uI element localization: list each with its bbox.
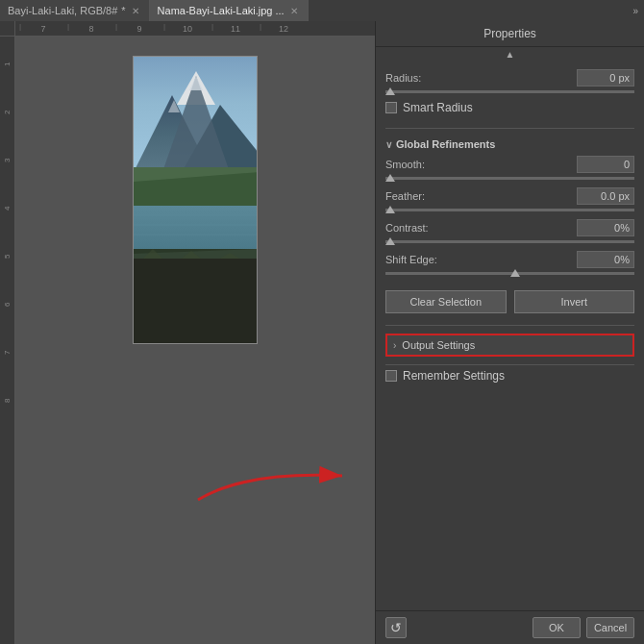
ok-button[interactable]: OK — [533, 617, 581, 638]
tab-modified-1: * — [121, 5, 125, 16]
contrast-value[interactable]: 0% — [577, 219, 634, 236]
tab-close-2[interactable]: ✕ — [288, 5, 300, 17]
tab-label-2: Nama-Bayi-Laki-Laki.jpg ... — [158, 5, 285, 16]
reset-button[interactable]: ↺ — [385, 617, 407, 638]
ruler-mark: 12 — [260, 24, 308, 34]
contrast-track[interactable] — [385, 240, 634, 243]
global-refinements-header[interactable]: ∨ Global Refinements — [385, 138, 634, 150]
remember-settings-checkbox[interactable] — [385, 370, 397, 382]
contrast-label: Contrast: — [385, 222, 577, 234]
radius-row: Radius: 0 px — [385, 69, 634, 87]
smooth-thumb[interactable] — [385, 174, 395, 182]
ruler-left-mark: 5 — [0, 233, 14, 281]
feather-track[interactable] — [385, 209, 634, 211]
ruler-marks-top: 7 8 9 10 11 12 — [19, 24, 308, 34]
feather-row: Feather: 0.0 px — [385, 187, 634, 205]
ruler-top: 7 8 9 10 11 12 — [0, 21, 375, 37]
remember-settings-label: Remember Settings — [403, 369, 505, 383]
ruler-mark: 9 — [115, 24, 163, 34]
radius-value[interactable]: 0 px — [577, 69, 634, 87]
tab-label-1: Bayi-Laki-Laki, RGB/8# — [8, 5, 117, 16]
contrast-slider[interactable] — [385, 240, 634, 243]
divider-1 — [385, 128, 634, 129]
ruler-mark: 11 — [211, 24, 260, 34]
panel-spacer — [376, 396, 644, 610]
canvas-content — [15, 37, 375, 644]
tab-bar: Bayi-Laki-Laki, RGB/8# * ✕ Nama-Bayi-Lak… — [0, 0, 644, 21]
feather-thumb[interactable] — [385, 206, 395, 213]
output-settings-toggle[interactable]: › — [393, 340, 396, 351]
shift-edge-slider[interactable] — [385, 272, 634, 275]
canvas-row: 1 2 3 4 5 6 7 8 — [0, 37, 375, 644]
shift-edge-track[interactable] — [385, 272, 634, 275]
ruler-left: 1 2 3 4 5 6 7 8 — [0, 37, 15, 644]
tab-bayi-laki-laki[interactable]: Bayi-Laki-Laki, RGB/8# * ✕ — [0, 0, 150, 21]
invert-button[interactable]: Invert — [514, 290, 635, 313]
shift-edge-value[interactable]: 0% — [577, 251, 634, 268]
bottom-area: ↺ OK Cancel — [376, 610, 644, 644]
ruler-corner — [0, 21, 15, 37]
radius-label: Radius: — [385, 72, 577, 84]
shift-edge-row: Shift Edge: 0% — [385, 251, 634, 268]
cancel-button[interactable]: Cancel — [586, 617, 634, 638]
panel-collapse-arrow[interactable]: ▲ — [376, 47, 644, 62]
tab-close-1[interactable]: ✕ — [130, 5, 141, 17]
tab-nama-bayi[interactable]: Nama-Bayi-Laki-Laki.jpg ... ✕ — [150, 0, 309, 21]
divider-3 — [385, 364, 634, 365]
ruler-mark: 7 — [19, 24, 67, 34]
smooth-slider[interactable] — [385, 177, 634, 180]
properties-panel: Properties ▲ Radius: 0 px Smart Radius — [375, 21, 644, 644]
ruler-left-mark: 8 — [0, 377, 14, 425]
output-settings-label: Output Settings — [402, 339, 475, 351]
canvas-area: 7 8 9 10 11 12 1 2 3 4 5 6 7 8 — [0, 21, 375, 644]
feather-slider[interactable] — [385, 209, 634, 211]
action-buttons: Clear Selection Invert — [385, 290, 634, 313]
ruler-left-mark: 6 — [0, 281, 14, 329]
shift-edge-thumb[interactable] — [510, 269, 520, 277]
remember-settings-row: Remember Settings — [385, 369, 634, 383]
smart-radius-label: Smart Radius — [403, 101, 473, 114]
global-refinements-label: Global Refinements — [396, 138, 495, 150]
ruler-left-mark: 2 — [0, 88, 14, 136]
contrast-row: Contrast: 0% — [385, 219, 634, 236]
panel-title: Properties — [483, 27, 536, 40]
smooth-value[interactable]: 0 — [577, 156, 634, 173]
ruler-mark: 8 — [67, 24, 115, 34]
landscape-image — [134, 57, 258, 344]
arrow-annotation — [169, 442, 375, 509]
smooth-label: Smooth: — [385, 159, 577, 170]
global-refinements-toggle[interactable]: ∨ — [385, 139, 392, 150]
radius-thumb[interactable] — [385, 87, 395, 95]
tab-overflow[interactable]: » — [627, 0, 644, 21]
panel-header: Properties — [376, 21, 644, 47]
smart-radius-checkbox[interactable] — [385, 102, 397, 113]
ruler-left-mark: 7 — [0, 329, 14, 377]
clear-selection-button[interactable]: Clear Selection — [385, 290, 507, 313]
ruler-left-mark: 1 — [0, 40, 14, 88]
ruler-left-mark: 3 — [0, 136, 14, 185]
svg-rect-15 — [134, 259, 258, 344]
ruler-left-mark: 4 — [0, 185, 14, 233]
image-frame — [133, 56, 258, 344]
ruler-mark: 10 — [163, 24, 211, 34]
radius-track[interactable] — [385, 90, 634, 93]
smart-radius-row: Smart Radius — [385, 101, 634, 114]
main-content: 7 8 9 10 11 12 1 2 3 4 5 6 7 8 — [0, 21, 644, 644]
smooth-track[interactable] — [385, 177, 634, 180]
output-settings-section[interactable]: › Output Settings — [385, 334, 634, 357]
svg-rect-9 — [134, 206, 258, 254]
shift-edge-label: Shift Edge: — [385, 254, 577, 265]
panel-properties-content: Radius: 0 px Smart Radius ∨ Global Refin… — [376, 62, 644, 396]
divider-2 — [385, 325, 634, 326]
feather-label: Feather: — [385, 190, 577, 202]
contrast-thumb[interactable] — [385, 237, 395, 245]
arrow-svg — [169, 442, 375, 509]
smooth-row: Smooth: 0 — [385, 156, 634, 173]
radius-slider[interactable] — [385, 90, 634, 93]
feather-value[interactable]: 0.0 px — [577, 187, 634, 205]
